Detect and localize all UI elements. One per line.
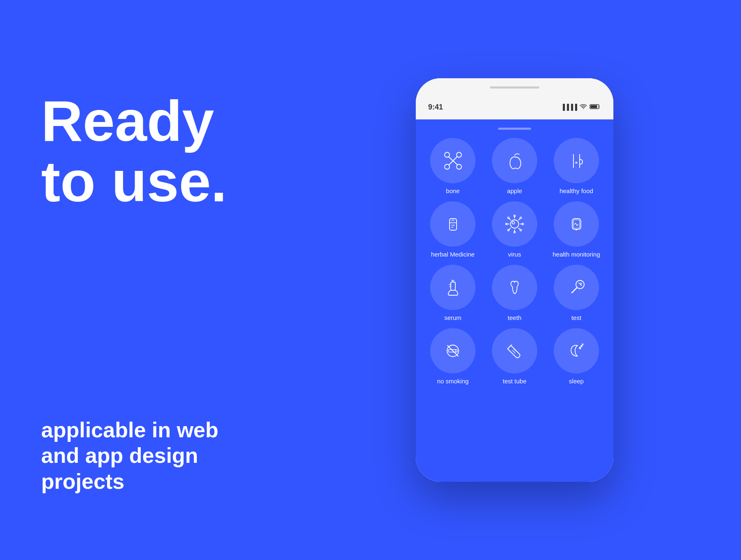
- icon-item-sleep[interactable]: z z z sleep: [548, 328, 605, 385]
- icon-item-health-monitoring[interactable]: health monitoring: [548, 201, 605, 258]
- wifi-icon: [580, 104, 587, 111]
- svg-point-17: [514, 231, 515, 233]
- svg-rect-33: [451, 282, 455, 290]
- phone-status-bar: 9:41 ▐▐▐▐: [416, 78, 613, 119]
- icon-item-herbal-medicine[interactable]: herbal Medicine: [424, 201, 482, 258]
- svg-line-46: [513, 350, 515, 353]
- phone-screen: bone apple: [416, 119, 613, 482]
- icon-circle-health-monitoring: [554, 201, 599, 247]
- icon-label-apple: apple: [507, 187, 522, 195]
- svg-point-30: [512, 222, 515, 224]
- signal-icon: ▐▐▐▐: [561, 104, 577, 110]
- icon-circle-bone: [430, 138, 475, 183]
- svg-line-38: [572, 287, 577, 293]
- svg-point-21: [522, 223, 524, 225]
- icon-circle-apple: [492, 138, 537, 183]
- icon-label-virus: virus: [508, 251, 521, 258]
- icon-circle-sleep: z z z: [554, 328, 599, 373]
- icon-circle-teeth: [492, 265, 537, 310]
- icon-item-test-tube[interactable]: test tube: [486, 328, 543, 385]
- svg-point-5: [457, 152, 461, 157]
- icon-label-test: test: [571, 314, 581, 322]
- phone-status-icons: ▐▐▐▐: [561, 104, 601, 111]
- icon-circle-no-smoking: [430, 328, 475, 373]
- icon-label-herbal-medicine: herbal Medicine: [431, 251, 475, 258]
- icon-item-virus[interactable]: virus: [486, 201, 543, 258]
- svg-rect-2: [591, 105, 597, 108]
- icon-item-apple[interactable]: apple: [486, 138, 543, 195]
- svg-point-29: [520, 229, 522, 231]
- icon-item-serum[interactable]: serum: [424, 265, 482, 322]
- icon-item-no-smoking[interactable]: no smoking: [424, 328, 482, 385]
- svg-text:z: z: [582, 343, 583, 345]
- icon-label-health-monitoring: health monitoring: [552, 251, 600, 258]
- icon-label-sleep: sleep: [569, 378, 584, 385]
- svg-point-13: [510, 220, 519, 228]
- svg-line-44: [447, 345, 458, 356]
- hero-title: Ready to use.: [41, 91, 255, 212]
- phone-mockup: 9:41 ▐▐▐▐: [416, 78, 613, 482]
- subtitle: applicable in web and app design project…: [41, 417, 255, 494]
- icon-label-test-tube: test tube: [503, 378, 527, 385]
- icon-circle-test: [554, 265, 599, 310]
- icon-item-bone[interactable]: bone: [424, 138, 482, 195]
- icon-circle-herbal-medicine: [430, 201, 475, 247]
- icon-item-test[interactable]: test: [548, 265, 605, 322]
- phone-notch-bar: [490, 86, 539, 89]
- icon-circle-test-tube: [492, 328, 537, 373]
- svg-point-19: [506, 223, 507, 225]
- icon-label-serum: serum: [444, 314, 461, 322]
- icon-circle-serum: [430, 265, 475, 310]
- svg-point-25: [520, 217, 522, 219]
- icon-item-teeth[interactable]: teeth: [486, 265, 543, 322]
- icon-label-bone: bone: [446, 187, 459, 195]
- svg-point-40: [580, 283, 582, 285]
- battery-icon: [590, 104, 601, 111]
- svg-point-23: [508, 217, 509, 219]
- svg-point-15: [514, 215, 515, 217]
- phone-time: 9:41: [428, 103, 443, 112]
- svg-point-0: [583, 108, 584, 109]
- left-section: Ready to use. applicable in web and app …: [0, 0, 288, 560]
- icon-label-teeth: teeth: [508, 314, 521, 322]
- right-section: 9:41 ▐▐▐▐: [288, 78, 741, 482]
- svg-point-6: [445, 164, 450, 169]
- icon-label-healthy-food: healthy food: [559, 187, 593, 195]
- svg-point-27: [508, 229, 509, 231]
- icon-circle-healthy-food: [554, 138, 599, 183]
- icon-circle-virus: [492, 201, 537, 247]
- phone-drag-indicator: [498, 128, 531, 130]
- icon-label-no-smoking: no smoking: [437, 378, 469, 385]
- icon-item-healthy-food[interactable]: healthy food: [548, 138, 605, 195]
- icon-grid: bone apple: [424, 138, 605, 385]
- svg-rect-32: [573, 220, 580, 228]
